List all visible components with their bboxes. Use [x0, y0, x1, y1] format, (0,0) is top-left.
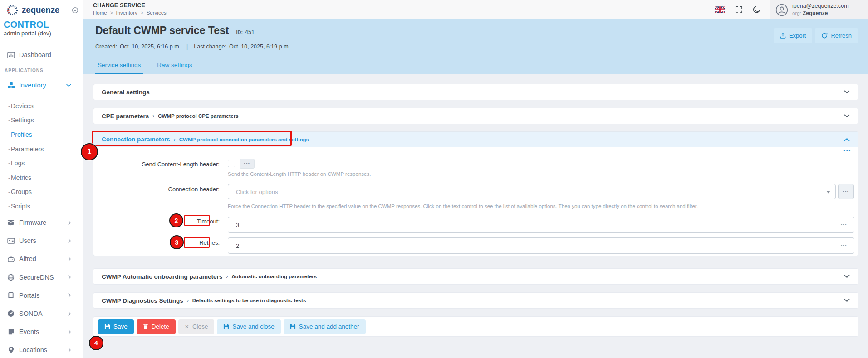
timeout-ellipsis-icon[interactable]: •••	[841, 223, 847, 227]
save-and-add-another-button[interactable]: Save and add another	[284, 319, 366, 334]
dash-icon: -	[0, 116, 10, 124]
section-title: CWMP Automatic onboarding parameters	[102, 273, 222, 280]
chevron-down-icon	[66, 84, 71, 87]
retries-input[interactable]	[228, 237, 854, 254]
sidebar-item-alfred[interactable]: Alfred	[0, 250, 83, 268]
sidebar-item-users[interactable]: Users	[0, 232, 83, 250]
dash-icon: -	[0, 102, 10, 110]
sidebar-item-label: Scripts	[10, 203, 30, 210]
sidebar-pin-icon[interactable]	[72, 7, 78, 14]
refresh-label: Refresh	[831, 32, 852, 39]
sidebar-item-sonda[interactable]: SONDA	[0, 305, 83, 323]
sidebar-item-profiles[interactable]: -Profiles	[0, 127, 83, 142]
sidebar-item-events[interactable]: Events	[0, 323, 83, 341]
sidebar-item-devices[interactable]: -Devices	[0, 99, 83, 113]
section-title: CPE parameters	[102, 113, 149, 120]
created-value: Oct. 10, 2025, 6:16 p.m.	[120, 44, 181, 50]
dash-icon: -	[0, 145, 10, 153]
accordion-header[interactable]: Connection parameters › CWMP protocol co…	[93, 132, 858, 147]
topbar: CHANGE SERVICE Home > Inventory > Servic…	[83, 0, 868, 19]
section-menu-ellipsis-icon[interactable]: •••	[843, 148, 851, 153]
tab-raw-settings[interactable]: Raw settings	[155, 62, 194, 74]
page-hero: Default CWMP service Test ID: 451 Create…	[83, 19, 868, 74]
product-title: CONTROL	[4, 19, 49, 30]
chevron-right-icon	[68, 311, 71, 316]
sidebar-item-dashboard[interactable]: Dashboard	[0, 48, 83, 62]
language-flag-icon[interactable]	[715, 6, 725, 13]
retries-ellipsis-icon[interactable]: •••	[841, 243, 847, 248]
chevron-up-icon	[844, 138, 850, 141]
user-menu[interactable]: ipena@zequenze.com org: Zequenze	[770, 0, 868, 19]
refresh-icon	[821, 33, 828, 39]
accordion-onboarding-parameters: CWMP Automatic onboarding parameters › A…	[93, 268, 858, 285]
sidebar-item-label: Devices	[10, 102, 34, 110]
retries-label: Retries:	[93, 239, 220, 247]
service-meta: Created: Oct. 10, 2025, 6:16 p.m. | Last…	[95, 44, 290, 50]
save-button[interactable]: Save	[98, 319, 134, 334]
dash-icon: -	[0, 160, 10, 167]
delete-button[interactable]: Delete	[137, 319, 176, 334]
sidebar-item-logs[interactable]: -Logs	[0, 156, 83, 170]
sidebar-item-groups[interactable]: -Groups	[0, 185, 83, 199]
breadcrumb-home[interactable]: Home	[93, 10, 107, 15]
timeout-input[interactable]	[228, 217, 854, 233]
tab-service-settings[interactable]: Service settings	[95, 62, 143, 74]
refresh-button[interactable]: Refresh	[815, 28, 858, 43]
sidebar-item-portals[interactable]: Portals	[0, 286, 83, 305]
chevron-right-icon	[68, 256, 71, 261]
connection-header-combobox[interactable]	[228, 184, 836, 199]
last-change-value: Oct. 10, 2025, 6:19 p.m.	[229, 44, 290, 50]
sidebar-item-locations[interactable]: Locations	[0, 341, 83, 358]
dark-mode-moon-icon[interactable]	[753, 6, 760, 14]
fullscreen-icon[interactable]	[735, 6, 743, 14]
export-button[interactable]: Export	[774, 28, 813, 43]
sidebar-item-parameters[interactable]: -Parameters	[0, 142, 83, 156]
section-title: Connection parameters	[102, 136, 170, 143]
breadcrumb-inventory[interactable]: Inventory	[116, 10, 137, 15]
breadcrumb-services[interactable]: Services	[147, 10, 167, 15]
sidebar: zequenze CONTROL admin portal (dev) Dash…	[0, 0, 83, 358]
app-window: zequenze CONTROL admin portal (dev) Dash…	[0, 0, 868, 358]
save-label: Save	[113, 323, 128, 330]
timeout-label: Timeout:	[93, 218, 220, 225]
sidebar-item-label: Portals	[19, 292, 39, 299]
connection-header-input[interactable]	[228, 184, 835, 199]
accordion-header[interactable]: CWMP Automatic onboarding parameters › A…	[93, 269, 858, 284]
sidebar-item-label: Users	[19, 237, 36, 244]
content-length-options-button[interactable]: •••	[240, 159, 255, 169]
sidebar-item-label: Metrics	[10, 174, 31, 181]
sidebar-item-securedns[interactable]: SecureDNS	[0, 268, 83, 286]
accordion-header[interactable]: General settings	[93, 84, 858, 100]
accordion-diagnostics-settings: CWMP Diagnostics Settings › Defaults set…	[93, 292, 858, 309]
brand-logo[interactable]: zequenze	[6, 3, 78, 17]
save-floppy-icon	[223, 324, 229, 329]
meta-separator: |	[186, 44, 188, 50]
chevron-right-icon	[68, 238, 71, 243]
brand-name: zequenze	[22, 5, 59, 15]
close-button[interactable]: ✕ Close	[178, 319, 215, 334]
sidebar-item-firmware[interactable]: Firmware	[0, 213, 83, 232]
save-and-close-label: Save and close	[232, 323, 274, 330]
section-title: General settings	[102, 89, 150, 96]
accordion-header[interactable]: CWMP Diagnostics Settings › Defaults set…	[93, 293, 858, 308]
sidebar-item-label: Settings	[10, 116, 34, 124]
sidebar-item-metrics[interactable]: -Metrics	[0, 170, 83, 185]
sidebar-item-settings[interactable]: -Settings	[0, 113, 83, 128]
connection-header-help: Force the Connection HTTP header to the …	[228, 203, 698, 209]
sidebar-item-scripts[interactable]: -Scripts	[0, 199, 83, 213]
created-label: Created:	[95, 44, 117, 50]
chevron-down-icon	[844, 299, 850, 302]
content-area: General settings CPE parameters › CWMP p…	[83, 74, 868, 358]
sidebar-item-label: Groups	[10, 188, 32, 195]
sidebar-item-label: Firmware	[19, 219, 46, 226]
user-org: org: Zequenze	[792, 10, 849, 17]
page-heading: CHANGE SERVICE Home > Inventory > Servic…	[93, 2, 167, 15]
accordion-header[interactable]: CPE parameters › CWMP protocol CPE param…	[93, 108, 858, 124]
chevron-down-icon	[844, 275, 850, 278]
connection-header-options-button[interactable]: •••	[838, 184, 854, 199]
sidebar-item-inventory[interactable]: Inventory	[0, 78, 83, 92]
zequenze-ring-icon	[6, 4, 19, 16]
dash-icon: -	[0, 203, 10, 210]
content-length-checkbox[interactable]	[228, 160, 235, 167]
save-and-close-button[interactable]: Save and close	[217, 319, 280, 334]
